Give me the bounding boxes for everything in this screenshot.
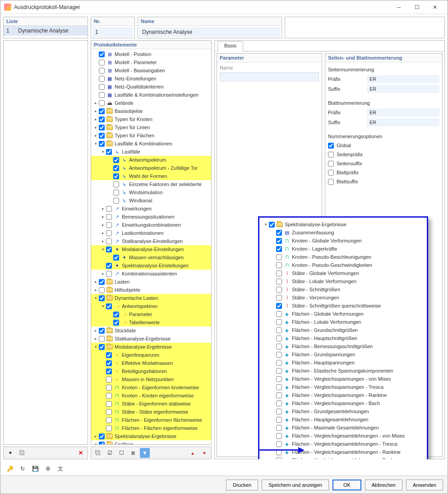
tree-checkbox[interactable]: [99, 133, 105, 139]
tree-checkbox[interactable]: [276, 287, 282, 293]
numbering-option[interactable]: Seitensuffix: [328, 159, 439, 168]
settings-icon[interactable]: ⚙: [43, 464, 53, 474]
tree-item[interactable]: ▸Typen für Flächen: [91, 131, 211, 140]
tree-checkbox[interactable]: [113, 165, 119, 171]
tree-checkbox[interactable]: [106, 417, 112, 423]
tree-checkbox[interactable]: [276, 230, 282, 236]
tree-checkbox[interactable]: [106, 230, 112, 236]
numbering-option[interactable]: Blattsuffix: [328, 177, 439, 186]
tree-checkbox[interactable]: [276, 384, 282, 390]
tree-checkbox[interactable]: [106, 238, 112, 244]
tree-item[interactable]: ⊓Knoten - Pseudo-Geschwindigkeiten: [260, 261, 426, 269]
numbering-option[interactable]: Global: [328, 141, 439, 150]
chevron-icon[interactable]: ▸: [93, 101, 98, 105]
option-checkbox[interactable]: [328, 179, 334, 185]
tree-checkbox[interactable]: [113, 182, 119, 187]
tree-item[interactable]: ▤Zusammenfassung: [260, 228, 426, 237]
tree-checkbox[interactable]: [276, 457, 282, 460]
tree-checkbox[interactable]: [276, 262, 282, 268]
name-value[interactable]: Dynamische Analyse: [139, 27, 280, 37]
tree-item[interactable]: ◆Flächen - Elastische Spannungskomponent…: [260, 367, 426, 375]
tree-item[interactable]: ▾Dynamische Lasten: [91, 294, 211, 302]
tree-checkbox[interactable]: [276, 303, 282, 309]
tree-checkbox[interactable]: [106, 368, 112, 374]
tree-item[interactable]: ▸↗Statikanalyse-Einstellungen: [91, 237, 211, 245]
tree-checkbox[interactable]: [106, 303, 112, 309]
tree-item[interactable]: ▸Typen für Linien: [91, 123, 211, 131]
param-name-field[interactable]: [220, 72, 319, 81]
tree-checkbox[interactable]: [99, 295, 105, 301]
tree-checkbox[interactable]: [99, 117, 105, 122]
tree-item[interactable]: ◆Flächen - Vergleichsspannungen - Bach: [260, 399, 426, 407]
tree-checkbox[interactable]: [99, 344, 105, 350]
chevron-icon[interactable]: ▾: [100, 304, 106, 308]
save-show-button[interactable]: Speichern und anzeigen: [262, 480, 329, 490]
chevron-icon[interactable]: ▾: [93, 442, 98, 445]
tree-item[interactable]: ◆Flächen - Maximale Gesamtdehnungen: [260, 424, 426, 432]
tree-checkbox[interactable]: [276, 352, 282, 358]
tree-item[interactable]: ◆Flächen - Vergleichsspannungen - Rankin…: [260, 391, 426, 399]
filter-icon[interactable]: ▼: [140, 448, 150, 458]
chevron-icon[interactable]: ▸: [93, 133, 98, 138]
tree-item[interactable]: ◆Flächen - Globale Verformungen: [260, 310, 426, 318]
option-checkbox[interactable]: [328, 143, 334, 149]
chevron-icon[interactable]: ▸: [100, 214, 106, 219]
tree-item[interactable]: ⊓Knoten - Knoten eigenformweise: [91, 391, 211, 400]
tree-item[interactable]: ◆Flächen - Grundspannungen: [260, 350, 426, 359]
tree-item[interactable]: ⊓Knoten - Globale Verformungen: [260, 237, 426, 245]
tree-item[interactable]: ▸↗Kombinationsassistenten: [91, 270, 211, 278]
tree-checkbox[interactable]: [276, 425, 282, 431]
chevron-icon[interactable]: ▸: [93, 109, 98, 113]
tree-item[interactable]: ▾✦Modalanalyse-Einstellungen: [91, 245, 211, 253]
tree-checkbox[interactable]: [99, 433, 105, 439]
tree-checkbox[interactable]: [113, 198, 119, 204]
tree-item[interactable]: ▸Lasten: [91, 278, 211, 286]
tree-checkbox[interactable]: [99, 336, 105, 342]
nr-value[interactable]: 1: [92, 27, 133, 37]
tree-item[interactable]: ◆Flächen - Grundschnittgrößen: [260, 326, 426, 334]
tree-checkbox[interactable]: [276, 368, 282, 374]
tree-checkbox[interactable]: [276, 254, 282, 260]
tree-item[interactable]: ▾Modalanalyse-Ergebnisse: [91, 343, 211, 351]
tree-item[interactable]: ▸Basisobjekte: [91, 107, 211, 115]
tree-checkbox[interactable]: [99, 108, 105, 114]
tree-item[interactable]: ◆Flächen - Vergleichsgesamtdehnungen - v…: [260, 432, 426, 440]
tree-checkbox[interactable]: [106, 247, 112, 252]
chevron-icon[interactable]: ▸: [93, 280, 98, 284]
tree-checkbox[interactable]: [276, 295, 282, 301]
page-prefix-field[interactable]: ER: [367, 75, 439, 83]
tree-item[interactable]: ◆Flächen - Hauptschnittgrößen: [260, 334, 426, 342]
tree-checkbox[interactable]: [99, 125, 105, 130]
tree-item[interactable]: ▦Lastfälle & Kombinationseinstellungen: [91, 91, 211, 99]
tree-checkbox[interactable]: [106, 149, 112, 155]
chevron-icon[interactable]: ▸: [100, 231, 106, 235]
tree-checkbox[interactable]: [106, 377, 112, 382]
tree-item[interactable]: ▾Grafiken: [91, 440, 211, 445]
tree-checkbox[interactable]: [106, 271, 112, 277]
tree-item[interactable]: ↳Antwortspektrum: [91, 156, 211, 164]
tree-checkbox[interactable]: [276, 392, 282, 398]
tree-item[interactable]: ▸Hilfsobjekte: [91, 286, 211, 294]
tree-checkbox[interactable]: [99, 279, 105, 285]
tree-checkbox[interactable]: [99, 51, 105, 57]
tree-checkbox[interactable]: [106, 401, 112, 407]
tree-item[interactable]: ▸Typen für Knoten: [91, 115, 211, 123]
tree-item[interactable]: ⌇Stäbe - Globale Verformungen: [260, 269, 426, 277]
tree-checkbox[interactable]: [113, 173, 119, 179]
tree-item[interactable]: ⊓Stäbe - Eigenformen stabweise: [91, 400, 211, 408]
check-all-icon[interactable]: ☑: [105, 448, 115, 458]
tree-item[interactable]: ▦Netz-Einstellungen: [91, 75, 211, 83]
tree-checkbox[interactable]: [99, 92, 105, 98]
tree-checkbox[interactable]: [99, 84, 105, 90]
tree-item[interactable]: ⌇Stäbe - Schnittgrößen: [260, 285, 426, 294]
tree-item[interactable]: ▦Netz-Qualitätskriterien: [91, 83, 211, 91]
chevron-icon[interactable]: ▾: [263, 222, 268, 227]
tree-copy-icon[interactable]: ⿻: [93, 448, 103, 458]
tree-checkbox[interactable]: [276, 246, 282, 252]
tree-checkbox[interactable]: [113, 157, 119, 163]
liste-row[interactable]: 1 Dynamische Analyse: [4, 26, 88, 36]
tree-checkbox[interactable]: [276, 311, 282, 317]
tree-checkbox[interactable]: [106, 393, 112, 399]
tree-item[interactable]: ▾Spektralanalyse-Ergebnisse: [260, 220, 426, 228]
tree-checkbox[interactable]: [276, 360, 282, 366]
